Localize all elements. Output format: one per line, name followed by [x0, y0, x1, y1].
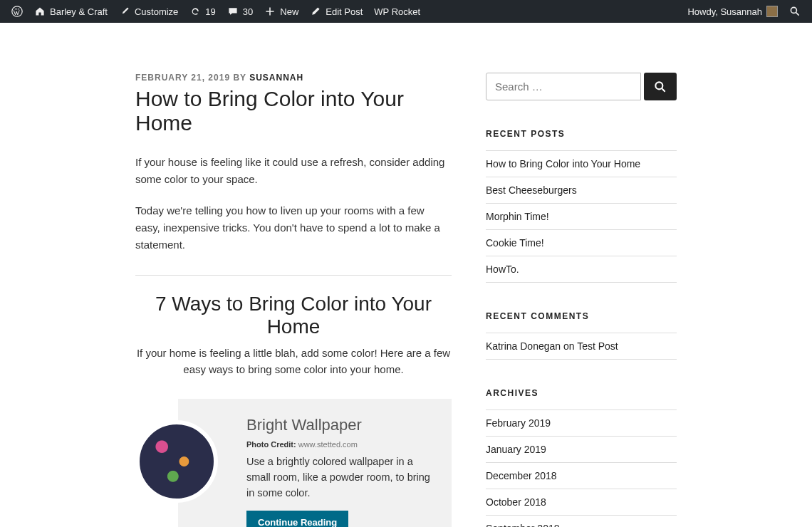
recent-post-link[interactable]: Morphin Time! [486, 203, 677, 229]
search-button[interactable] [644, 73, 677, 100]
separator [135, 275, 452, 276]
recent-post-link[interactable]: Cookie Time! [486, 229, 677, 256]
credit-label: Photo Credit: [246, 440, 296, 449]
wp-logo-menu[interactable] [6, 0, 28, 23]
svg-point-2 [655, 82, 662, 89]
brush-icon [119, 6, 130, 17]
list-heading: 7 Ways to Bring Color into Your Home [135, 293, 452, 338]
home-icon [34, 6, 46, 17]
post-author-link[interactable]: SUSANNAH [249, 73, 303, 83]
admin-bar-left: Barley & Craft Customize 19 30 New Edit … [6, 0, 426, 23]
customize-menu[interactable]: Customize [113, 0, 184, 23]
archive-link[interactable]: February 2019 [486, 409, 677, 436]
widget-title: ARCHIVES [486, 388, 677, 398]
card-title: Bright Wallpaper [246, 416, 434, 434]
refresh-icon [189, 6, 201, 17]
recent-post-link[interactable]: Best Cheeseburgers [486, 177, 677, 203]
widget-title: RECENT COMMENTS [486, 311, 677, 321]
recent-post-link[interactable]: HowTo. [486, 256, 677, 283]
plus-icon [264, 6, 276, 17]
post-title: How to Bring Color into Your Home [135, 87, 452, 135]
archive-link[interactable]: January 2019 [486, 436, 677, 462]
search-toggle[interactable] [784, 0, 806, 23]
content-wrap: FEBRUARY 21, 2019 BY SUSANNAH How to Bri… [135, 23, 677, 527]
new-label: New [280, 6, 298, 17]
customize-label: Customize [135, 6, 178, 17]
avatar [766, 6, 778, 17]
post-paragraph: Today we're telling you how to liven up … [135, 202, 452, 254]
card-image [135, 420, 218, 503]
card-description: Use a brightly colored wallpaper in a sm… [246, 454, 434, 501]
post-body: If your house is feeling like it could u… [135, 154, 452, 254]
widget-recent-posts: RECENT POSTS How to Bring Color into You… [486, 129, 677, 283]
widget-archives: ARCHIVES February 2019 January 2019 Dece… [486, 388, 677, 527]
archive-link[interactable]: December 2018 [486, 462, 677, 489]
admin-bar-right: Howdy, Susannah [682, 0, 806, 23]
wordpress-icon [11, 6, 23, 17]
list-subheading: If your home is feeling a little blah, a… [135, 345, 452, 377]
search-form [486, 73, 677, 100]
comment-icon [227, 6, 239, 17]
svg-point-1 [791, 7, 796, 13]
widget-recent-comments: RECENT COMMENTS Katrina Donegan on Test … [486, 311, 677, 360]
archive-link[interactable]: September 2018 [486, 515, 677, 527]
new-menu[interactable]: New [259, 0, 304, 23]
site-name-menu[interactable]: Barley & Craft [28, 0, 113, 23]
widget-list: How to Bring Color into Your Home Best C… [486, 150, 677, 283]
edit-post-label: Edit Post [326, 6, 363, 17]
widget-list: February 2019 January 2019 December 2018… [486, 409, 677, 527]
credit-value: www.stetted.com [296, 440, 358, 449]
main-column: FEBRUARY 21, 2019 BY SUSANNAH How to Bri… [135, 73, 452, 527]
wp-rocket-menu[interactable]: WP Rocket [368, 0, 426, 23]
account-menu[interactable]: Howdy, Susannah [682, 0, 784, 23]
comments-menu[interactable]: 30 [222, 0, 259, 23]
pencil-icon [310, 6, 321, 17]
search-icon [653, 80, 667, 94]
post-paragraph: If your house is feeling like it could u… [135, 154, 452, 188]
post-by: BY [230, 73, 249, 83]
continue-reading-button[interactable]: Continue Reading [246, 511, 348, 527]
svg-point-0 [12, 6, 22, 16]
updates-menu[interactable]: 19 [184, 0, 221, 23]
howdy-label: Howdy, Susannah [687, 6, 762, 17]
card-credit: Photo Credit: www.stetted.com [246, 440, 434, 449]
wp-rocket-label: WP Rocket [374, 6, 420, 17]
edit-post-menu[interactable]: Edit Post [304, 0, 368, 23]
search-icon [789, 6, 801, 17]
sidebar: RECENT POSTS How to Bring Color into You… [486, 73, 677, 527]
archive-link[interactable]: October 2018 [486, 489, 677, 515]
updates-count: 19 [205, 6, 215, 17]
wp-admin-bar: Barley & Craft Customize 19 30 New Edit … [0, 0, 812, 23]
comments-count: 30 [243, 6, 253, 17]
widget-title: RECENT POSTS [486, 129, 677, 139]
post-date: FEBRUARY 21, 2019 [135, 73, 230, 83]
recent-post-link[interactable]: How to Bring Color into Your Home [486, 150, 677, 177]
site-name-label: Barley & Craft [50, 6, 108, 17]
list-card: Bright Wallpaper Photo Credit: www.stett… [178, 399, 452, 527]
post-meta: FEBRUARY 21, 2019 BY SUSANNAH [135, 73, 452, 83]
search-input[interactable] [486, 73, 641, 100]
recent-comment-link[interactable]: Katrina Donegan on Test Post [486, 333, 677, 360]
widget-list: Katrina Donegan on Test Post [486, 333, 677, 360]
